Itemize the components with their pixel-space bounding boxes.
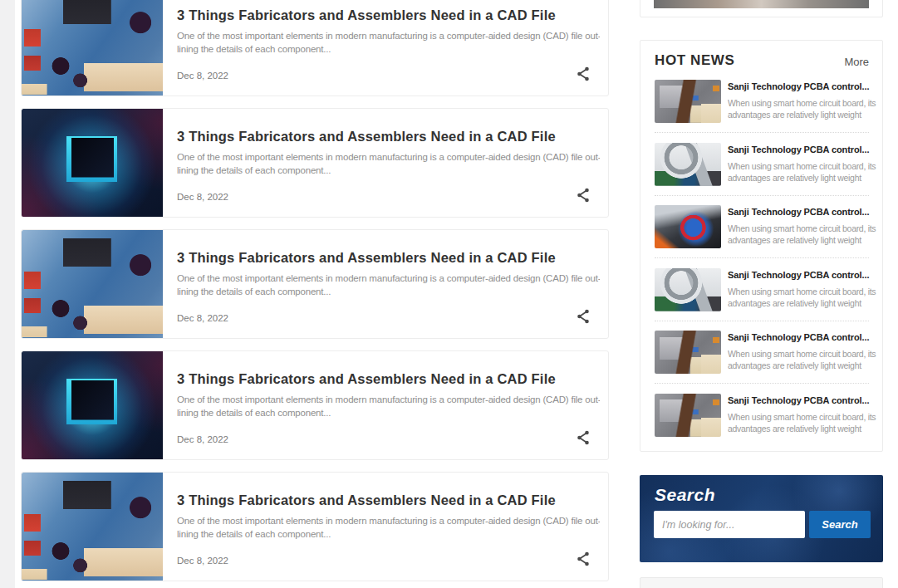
hot-news-thumbnail[interactable]: [655, 394, 721, 437]
hot-news-description: When using smart home circuit board, its…: [728, 348, 877, 371]
hot-news-panel: HOT NEWS More Sanji Technology PCBA cont…: [640, 40, 883, 452]
hot-news-item[interactable]: Sanji Technology PCBA control... When us…: [655, 268, 871, 321]
hot-news-item[interactable]: Sanji Technology PCBA control... When us…: [655, 80, 871, 133]
hot-news-description: When using smart home circuit board, its…: [728, 286, 877, 309]
article-card[interactable]: 3 Things Fabricators and Assemblers Need…: [21, 108, 609, 218]
hot-news-more-link[interactable]: More: [844, 56, 869, 68]
hot-news-item[interactable]: Sanji Technology PCBA control... When us…: [655, 205, 871, 258]
article-description: One of the most important elements in mo…: [177, 151, 600, 177]
article-title[interactable]: 3 Things Fabricators and Assemblers Need…: [177, 371, 595, 387]
hot-news-thumbnail[interactable]: [655, 331, 721, 374]
hot-news-title[interactable]: Sanji Technology PCBA control...: [728, 270, 876, 280]
article-date: Dec 8, 2022: [177, 71, 228, 81]
article-card[interactable]: 3 Things Fabricators and Assemblers Need…: [21, 229, 609, 339]
article-thumbnail[interactable]: [22, 230, 163, 339]
hot-news-heading: HOT NEWS: [655, 52, 734, 69]
hot-news-thumbnail[interactable]: [655, 80, 721, 123]
article-card[interactable]: 3 Things Fabricators and Assemblers Need…: [21, 0, 609, 96]
search-panel: Search Search: [640, 475, 883, 562]
share-icon[interactable]: [577, 66, 591, 83]
hot-news-description: When using smart home circuit board, its…: [728, 160, 877, 184]
article-description: One of the most important elements in mo…: [177, 30, 600, 56]
article-date: Dec 8, 2022: [177, 556, 228, 566]
hot-news-title[interactable]: Sanji Technology PCBA control...: [728, 145, 876, 154]
share-icon[interactable]: [577, 188, 591, 204]
article-thumbnail[interactable]: [22, 0, 163, 96]
article-thumbnail[interactable]: [22, 109, 163, 218]
page: 3 Things Fabricators and Assemblers Need…: [0, 0, 898, 588]
article-thumbnail[interactable]: [22, 473, 163, 581]
hot-news-item[interactable]: Sanji Technology PCBA control... When us…: [655, 143, 871, 196]
sidebar-partial-image: [654, 0, 869, 8]
article-card[interactable]: 3 Things Fabricators and Assemblers Need…: [21, 350, 609, 460]
article-title[interactable]: 3 Things Fabricators and Assemblers Need…: [177, 250, 595, 266]
share-icon[interactable]: [577, 430, 591, 447]
hot-news-title[interactable]: Sanji Technology PCBA control...: [728, 81, 876, 91]
hot-news-item[interactable]: Sanji Technology PCBA control... When us…: [655, 331, 871, 384]
hot-news-title[interactable]: Sanji Technology PCBA control...: [728, 207, 876, 217]
hot-news-title[interactable]: Sanji Technology PCBA control...: [728, 332, 876, 342]
share-icon[interactable]: [577, 309, 591, 326]
hot-news-title[interactable]: Sanji Technology PCBA control...: [728, 395, 876, 405]
search-heading: Search: [655, 485, 715, 505]
sidebar-bottom-partial-widget: [640, 577, 883, 588]
hot-news-item[interactable]: Sanji Technology PCBA control... When us…: [655, 394, 871, 447]
article-date: Dec 8, 2022: [177, 434, 228, 444]
search-button[interactable]: Search: [809, 511, 871, 538]
hot-news-description: When using smart home circuit board, its…: [728, 411, 877, 434]
article-description: One of the most important elements in mo…: [177, 394, 600, 419]
hot-news-thumbnail[interactable]: [655, 205, 721, 248]
share-icon[interactable]: [577, 551, 591, 568]
hot-news-description: When using smart home circuit board, its…: [728, 97, 877, 120]
page-left-gutter: [0, 0, 15, 588]
article-date: Dec 8, 2022: [177, 192, 228, 202]
sidebar-partial-widget: [640, 0, 883, 17]
article-card[interactable]: 3 Things Fabricators and Assemblers Need…: [21, 472, 609, 581]
hot-news-thumbnail[interactable]: [655, 268, 721, 311]
article-description: One of the most important elements in mo…: [177, 272, 600, 298]
article-date: Dec 8, 2022: [177, 313, 228, 323]
article-title[interactable]: 3 Things Fabricators and Assemblers Need…: [177, 492, 595, 508]
article-thumbnail[interactable]: [22, 351, 163, 460]
article-title[interactable]: 3 Things Fabricators and Assemblers Need…: [177, 7, 595, 23]
article-title[interactable]: 3 Things Fabricators and Assemblers Need…: [177, 129, 595, 145]
article-description: One of the most important elements in mo…: [177, 515, 600, 541]
search-input[interactable]: [654, 511, 805, 538]
hot-news-description: When using smart home circuit board, its…: [728, 223, 877, 246]
hot-news-thumbnail[interactable]: [655, 143, 721, 186]
